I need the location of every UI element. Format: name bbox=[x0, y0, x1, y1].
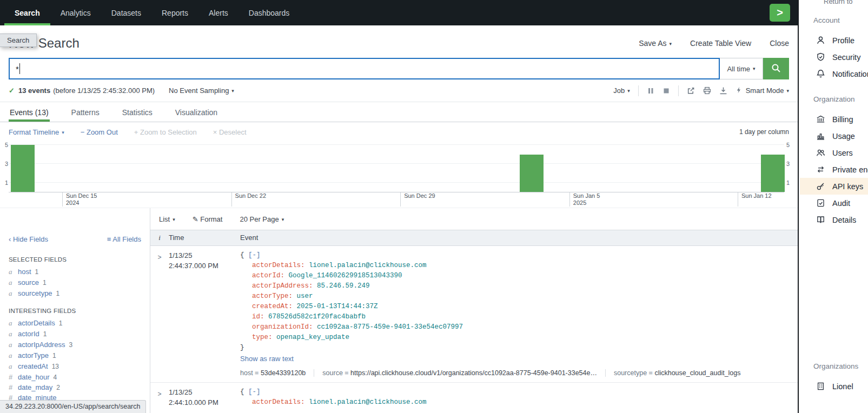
share-icon[interactable] bbox=[687, 86, 695, 95]
json-collapse-toggle[interactable]: [-] bbox=[248, 388, 261, 396]
organization-icon bbox=[816, 382, 825, 391]
event-meta-source[interactable]: source = https://api.clickhouse.cloud/v1… bbox=[314, 369, 597, 377]
nav-item-datasets[interactable]: Datasets bbox=[101, 0, 151, 25]
stop-icon[interactable] bbox=[662, 87, 670, 95]
close-button[interactable]: Close bbox=[770, 39, 789, 48]
json-open-line: { [-] bbox=[240, 387, 789, 397]
meta-equals: = bbox=[253, 369, 261, 377]
create-table-view-button[interactable]: Create Table View bbox=[690, 39, 751, 48]
side-item-lionel[interactable]: Lionel bbox=[800, 378, 868, 395]
field-count: 3 bbox=[69, 341, 72, 349]
side-item-notifications[interactable]: Notifications bbox=[800, 65, 868, 82]
nav-item-search[interactable]: Search bbox=[4, 0, 50, 25]
json-key: actorIpAddress: bbox=[252, 282, 313, 290]
json-collapse-toggle[interactable]: [-] bbox=[248, 251, 261, 259]
event-sampling-dropdown[interactable]: No Event Sampling bbox=[169, 86, 234, 95]
field-name-link[interactable]: actorIpAddress bbox=[18, 341, 65, 349]
side-item-private-endpoints[interactable]: Private endpoints bbox=[800, 161, 868, 178]
deselect-button: Deselect bbox=[213, 128, 247, 136]
side-item-audit[interactable]: Audit bbox=[800, 195, 868, 211]
field-name-link[interactable]: actorDetails bbox=[18, 319, 55, 327]
event-expand-cell bbox=[150, 387, 169, 408]
x-tick-label: Sun Jan 12 bbox=[741, 192, 772, 199]
field-name-link[interactable]: actorType bbox=[18, 351, 49, 359]
job-status-left: 13 events (before 1/13/25 2:45:32.000 PM… bbox=[9, 86, 234, 95]
json-field-createdat: createdAt: 2025-01-13T14:44:37Z bbox=[240, 302, 789, 312]
cloud-settings-panel: Return to AccountProfileSecurityNotifica… bbox=[800, 0, 868, 413]
field-name-link[interactable]: source bbox=[18, 278, 39, 287]
pause-icon[interactable] bbox=[647, 87, 654, 95]
tab-events-13[interactable]: Events (13) bbox=[9, 102, 50, 122]
side-item-security[interactable]: Security bbox=[800, 49, 868, 65]
per-page-dropdown[interactable]: 20 Per Page bbox=[240, 215, 284, 223]
side-item-api-keys[interactable]: API keys bbox=[800, 178, 868, 195]
field-name-link[interactable]: date_hour bbox=[18, 373, 50, 381]
time-range-picker[interactable]: All time bbox=[720, 58, 763, 79]
side-item-label: Notifications bbox=[832, 70, 868, 78]
side-item-profile[interactable]: Profile bbox=[800, 32, 868, 49]
tab-patterns[interactable]: Patterns bbox=[70, 102, 101, 122]
nav-item-alerts[interactable]: Alerts bbox=[198, 0, 238, 25]
json-field-id: id: 678526d582c1f20fac4babfb bbox=[240, 312, 789, 322]
field-row-host: ahost1 bbox=[0, 267, 150, 277]
field-row-actoripaddress: aactorIpAddress3 bbox=[0, 339, 150, 350]
y-gridline bbox=[9, 182, 784, 183]
format-timeline-dropdown[interactable]: Format Timeline bbox=[9, 128, 64, 136]
print-icon[interactable] bbox=[703, 86, 711, 95]
tab-statistics[interactable]: Statistics bbox=[121, 102, 154, 122]
nav-item-reports[interactable]: Reports bbox=[151, 0, 198, 25]
field-name-link[interactable]: sourcetype bbox=[18, 289, 52, 297]
json-key: organizationId: bbox=[252, 323, 313, 331]
json-value: 2025-01-13T14:44:37Z bbox=[297, 303, 378, 310]
search-input[interactable]: * bbox=[9, 58, 720, 79]
timeline-bar[interactable] bbox=[761, 155, 785, 192]
nav-item-dashboards[interactable]: Dashboards bbox=[238, 0, 300, 25]
format-results-button[interactable]: Format bbox=[193, 215, 223, 223]
results-area: Hide Fields All Fields SELECTED FIELDS a… bbox=[0, 208, 798, 413]
expand-event-chevron-icon[interactable] bbox=[157, 252, 161, 261]
side-item-usage[interactable]: Usage bbox=[800, 128, 868, 144]
field-type-icon: a bbox=[9, 362, 14, 371]
field-name-link[interactable]: date_mday bbox=[18, 383, 52, 391]
export-download-icon[interactable] bbox=[719, 86, 727, 95]
search-button[interactable] bbox=[763, 58, 789, 79]
field-type-icon: a bbox=[9, 319, 14, 328]
tab-visualization[interactable]: Visualization bbox=[174, 102, 218, 122]
side-item-details[interactable]: Details bbox=[800, 211, 868, 228]
column-scale-note: 1 day per column bbox=[739, 128, 789, 136]
field-row-date-hour: #date_hour4 bbox=[0, 372, 150, 382]
y-axis-label-right: 1 bbox=[786, 179, 794, 186]
event-meta-sourcetype[interactable]: sourcetype = clickhouse_cloud_audit_logs bbox=[605, 369, 741, 377]
job-status-right: Job Smart Mode bbox=[613, 85, 789, 96]
side-item-billing[interactable]: Billing bbox=[800, 111, 868, 128]
smart-mode-dropdown[interactable]: Smart Mode bbox=[736, 86, 789, 95]
field-type-icon: a bbox=[9, 351, 14, 360]
splunk-logo-icon[interactable]: > bbox=[770, 4, 790, 22]
json-key: actorId: bbox=[252, 272, 284, 279]
job-menu-button[interactable]: Job bbox=[613, 86, 630, 95]
details-icon bbox=[816, 215, 825, 224]
timeline-bar[interactable] bbox=[520, 155, 544, 192]
column-header-time: Time bbox=[169, 230, 240, 245]
timeline-bar[interactable] bbox=[11, 145, 35, 192]
x-tick-label: Sun Dec 29 bbox=[404, 192, 435, 199]
return-to-link[interactable]: Return to bbox=[824, 0, 852, 5]
field-name-link[interactable]: host bbox=[18, 268, 31, 276]
list-view-dropdown[interactable]: List bbox=[159, 215, 175, 223]
hide-fields-button[interactable]: Hide Fields bbox=[9, 235, 48, 243]
side-item-users[interactable]: Users bbox=[800, 144, 868, 161]
field-name-link[interactable]: createdAt bbox=[18, 362, 48, 370]
side-item-label: Details bbox=[832, 216, 856, 224]
all-fields-button[interactable]: All Fields bbox=[107, 235, 141, 243]
save-as-button[interactable]: Save As bbox=[639, 39, 672, 48]
field-name-link[interactable]: actorId bbox=[18, 330, 39, 338]
nav-item-analytics[interactable]: Analytics bbox=[50, 0, 101, 25]
json-field-type: type: openapi_key_update bbox=[240, 332, 789, 343]
event-meta-host[interactable]: host = 53de4339120b bbox=[240, 369, 306, 377]
zoom-out-button[interactable]: Zoom Out bbox=[81, 128, 118, 136]
private-endpoints-icon bbox=[816, 165, 825, 174]
expand-event-chevron-icon[interactable] bbox=[157, 389, 161, 398]
side-item-label: Profile bbox=[832, 36, 854, 45]
show-raw-text-link[interactable]: Show as raw text bbox=[240, 355, 294, 363]
field-type-icon: a bbox=[9, 278, 14, 287]
